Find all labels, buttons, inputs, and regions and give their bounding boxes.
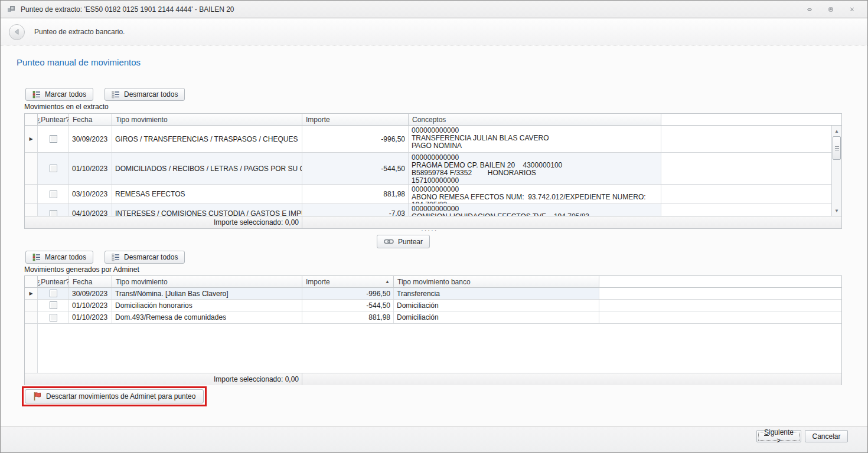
puntear-label: Puntear [398, 238, 423, 246]
adminet-table-header: ¿Puntear? Fecha Tipo movimiento Importe … [25, 276, 841, 288]
cell-tipo-movimiento: DOMICILIADOS / RECIBOS / LETRAS / PAGOS … [112, 153, 302, 184]
table-row[interactable]: 03/10/2023 REMESAS EFECTOS 881,98 000000… [25, 185, 831, 204]
extract-table-label: Movimientos en el extracto [24, 103, 109, 111]
mark-all-label: Marcar todos [45, 253, 86, 261]
app-icon [6, 5, 16, 14]
table-row[interactable]: 01/10/2023 Domiciliación honorarios -544… [25, 300, 841, 311]
puntear-checkbox[interactable] [50, 210, 57, 216]
puntear-checkbox[interactable] [50, 290, 57, 297]
punteo-extracto-window: Punteo de extracto: 'ES50 0182 0125 1901… [0, 0, 868, 453]
current-row-indicator: ▶ [29, 291, 32, 296]
puntear-button[interactable]: Puntear [377, 235, 430, 248]
header-puntear[interactable]: ¿Puntear? [38, 114, 69, 126]
header-tipo-movimiento[interactable]: Tipo movimiento [112, 276, 302, 288]
table-row[interactable]: 01/10/2023 DOMICILIADOS / RECIBOS / LETR… [25, 153, 831, 185]
scroll-up-button[interactable]: ▲ [832, 126, 841, 136]
window-title: Punteo de extracto: 'ES50 0182 0125 1901… [21, 5, 234, 14]
mark-all-extract-button[interactable]: Marcar todos [25, 88, 93, 101]
cell-fecha: 01/10/2023 [69, 153, 112, 184]
importe-seleccionado: Importe seleccionado: 0,00 [25, 373, 302, 385]
adminet-table: ¿Puntear? Fecha Tipo movimiento Importe … [24, 275, 842, 385]
extract-table-header: ¿Puntear? Fecha Tipo movimiento Importe … [25, 114, 841, 126]
current-row-indicator: ▶ [29, 137, 32, 142]
discard-button-highlight: Descartar movimientos de Adminet para pu… [22, 386, 207, 406]
scroll-down-button[interactable]: ▼ [832, 206, 841, 215]
adminet-table-label: Movimientos generados por Adminet [24, 265, 139, 274]
red-flag-icon [33, 392, 42, 401]
checklist-icon [32, 253, 41, 261]
adminet-table-footer: Importe seleccionado: 0,00 [25, 373, 841, 385]
cell-importe: -996,50 [302, 126, 409, 152]
extract-table-body: ▶ 30/09/2023 GIROS / TRANSFERENCIAS / TR… [25, 126, 841, 216]
puntear-checkbox[interactable] [50, 301, 57, 309]
siguiente-button[interactable]: Siguiente > [756, 430, 801, 442]
close-icon [850, 5, 854, 14]
cell-importe: -544,50 [302, 153, 409, 184]
window-controls [804, 4, 862, 15]
unmark-all-label: Desmarcar todos [124, 90, 178, 99]
mark-all-adminet-button[interactable]: Marcar todos [25, 251, 93, 264]
indicator-column-filler [25, 324, 841, 373]
table-row[interactable]: ▶ 30/09/2023 GIROS / TRANSFERENCIAS / TR… [25, 126, 831, 153]
cell-importe: -996,50 [302, 288, 394, 299]
table-row[interactable]: ▶ 30/09/2023 Transf/Nómina. [Julian Bas … [25, 288, 841, 300]
unmark-all-extract-button[interactable]: Desmarcar todos [105, 88, 185, 101]
page-title: Punteo manual de movimientos [17, 57, 141, 67]
header-fecha[interactable]: Fecha [69, 276, 112, 288]
sort-ascending-icon: ▲ [381, 279, 390, 284]
splitter-handle[interactable]: ····· [421, 226, 438, 234]
header-empty [661, 114, 841, 126]
back-icon [9, 24, 25, 40]
header-conceptos[interactable]: Conceptos [409, 114, 661, 126]
cell-tipo-movimiento: REMESAS EFECTOS [112, 185, 302, 203]
puntear-checkbox[interactable] [50, 165, 57, 172]
minimize-button[interactable] [804, 4, 815, 15]
cell-importe: 881,98 [302, 185, 409, 203]
maximize-button[interactable] [825, 4, 837, 15]
cell-fecha: 03/10/2023 [69, 185, 112, 203]
header-importe[interactable]: Importe [302, 114, 409, 126]
unmark-all-label: Desmarcar todos [124, 253, 178, 261]
table-row[interactable]: 01/10/2023 Dom.493/Remesa de comunidades… [25, 311, 841, 324]
minimize-icon [807, 5, 812, 14]
header-puntear[interactable]: ¿Puntear? [38, 276, 69, 288]
adminet-table-body: ▶ 30/09/2023 Transf/Nómina. [Julian Bas … [25, 288, 841, 373]
cell-tipo-banco: Transferencia [394, 288, 599, 299]
checklist-icon [32, 90, 41, 99]
cell-fecha: 30/09/2023 [69, 126, 112, 152]
header-fecha[interactable]: Fecha [69, 114, 112, 126]
importe-seleccionado: Importe seleccionado: 0,00 [25, 216, 302, 228]
cell-tipo-movimiento: INTERESES / COMISIONES CUSTODIA / GASTOS… [112, 204, 302, 216]
wizard-header: Punteo de extracto bancario. [1, 19, 867, 45]
mark-all-label: Marcar todos [45, 90, 86, 99]
discard-label: Descartar movimientos de Adminet para pu… [46, 392, 195, 401]
table-row[interactable]: 04/10/2023 INTERESES / COMISIONES CUSTOD… [25, 204, 831, 216]
cell-importe: -7,03 [302, 204, 409, 216]
header-indicator [25, 114, 38, 126]
titlebar: Punteo de extracto: 'ES50 0182 0125 1901… [1, 1, 867, 18]
puntear-checkbox[interactable] [50, 314, 57, 321]
vertical-scrollbar[interactable]: ▲ ▼ [831, 126, 841, 216]
close-button[interactable] [846, 4, 858, 15]
cancelar-button[interactable]: Cancelar [805, 430, 848, 442]
scrollbar-thumb[interactable] [833, 136, 841, 160]
cell-tipo-movimiento: GIROS / TRANSFERENCIAS / TRASPASOS / CHE… [112, 126, 302, 152]
wizard-subtitle: Punteo de extracto bancario. [34, 28, 125, 36]
puntear-checkbox[interactable] [50, 191, 57, 198]
cell-tipo-movimiento: Domiciliación honorarios [112, 300, 302, 311]
unmark-all-adminet-button[interactable]: Desmarcar todos [105, 251, 185, 264]
header-tipo-movimiento-banco[interactable]: Tipo movimiento banco [394, 276, 599, 288]
cell-tipo-movimiento: Dom.493/Remesa de comunidades [112, 311, 302, 323]
discard-adminet-button[interactable]: Descartar movimientos de Adminet para pu… [25, 389, 204, 403]
link-icon [384, 238, 394, 245]
header-tipo-movimiento[interactable]: Tipo movimiento [112, 114, 302, 126]
cell-fecha: 30/09/2023 [69, 288, 112, 299]
cell-fecha: 04/10/2023 [69, 204, 112, 216]
bottom-bar: Siguiente > Cancelar [1, 426, 867, 453]
unchecklist-icon [112, 253, 120, 261]
header-importe-sorted[interactable]: Importe ▲ [302, 276, 394, 288]
extract-toolbar: Marcar todos Desmarcar todos [25, 88, 185, 101]
puntear-checkbox[interactable] [50, 135, 57, 143]
cell-importe: 881,98 [302, 311, 394, 323]
cancelar-label: Cancelar [812, 432, 840, 441]
